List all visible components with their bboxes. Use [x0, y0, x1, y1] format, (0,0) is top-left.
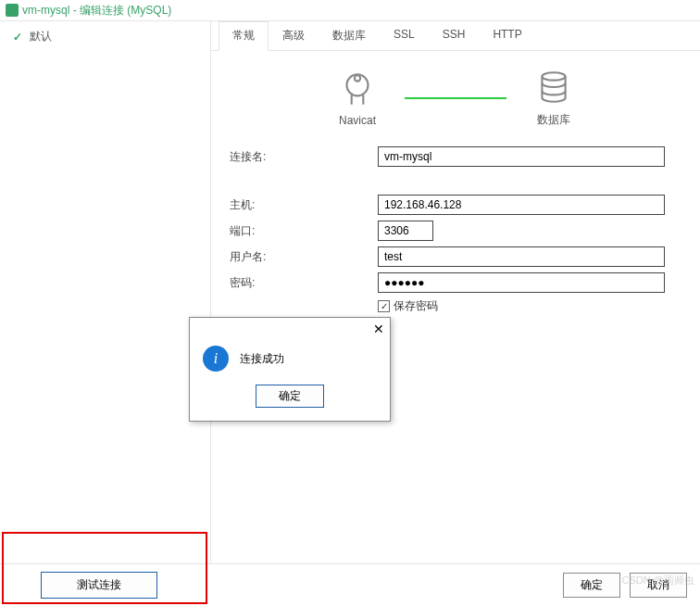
svg-point-1: [355, 75, 360, 81]
app-icon: [6, 4, 19, 17]
content-pane: 常规 高级 数据库 SSL SSH HTTP Navicat: [211, 21, 700, 586]
diagram-connector: [405, 97, 506, 99]
tab-ssl[interactable]: SSL: [380, 21, 429, 50]
user-input[interactable]: [378, 246, 665, 267]
svg-point-2: [542, 72, 565, 80]
sidebar-spacer: [0, 52, 210, 555]
port-input[interactable]: [378, 221, 433, 241]
tab-ssh[interactable]: SSH: [429, 21, 480, 50]
ok-button[interactable]: 确定: [563, 573, 620, 598]
diagram-database: 数据库: [534, 68, 573, 128]
sidebar: ✓ 默认 + 新建连接配置文件: [0, 21, 211, 586]
svg-point-0: [346, 74, 368, 95]
pass-input[interactable]: [378, 272, 665, 293]
save-pass-row[interactable]: ✓ 保存密码: [378, 298, 681, 314]
save-pass-label: 保存密码: [394, 298, 438, 314]
dialog-message: 连接成功: [240, 351, 284, 367]
window-title: vm-mysql - 编辑连接 (MySQL): [22, 3, 171, 19]
connection-diagram: Navicat 数据库: [211, 51, 700, 137]
tab-advanced[interactable]: 高级: [269, 21, 319, 50]
conn-name-input[interactable]: [378, 146, 665, 167]
close-icon[interactable]: ✕: [373, 322, 384, 336]
port-label: 端口:: [230, 223, 378, 239]
test-connection-button[interactable]: 测试连接: [41, 572, 157, 599]
main-area: ✓ 默认 + 新建连接配置文件 常规 高级 数据库 SSL SSH HTTP N…: [0, 20, 700, 586]
host-input[interactable]: [378, 195, 665, 215]
tab-http[interactable]: HTTP: [479, 21, 535, 50]
sidebar-item-default[interactable]: ✓ 默认: [0, 21, 210, 52]
tab-general[interactable]: 常规: [219, 21, 269, 51]
diagram-navicat: Navicat: [338, 69, 377, 127]
diagram-right-label: 数据库: [537, 112, 570, 128]
diagram-left-label: Navicat: [339, 114, 376, 127]
success-dialog: ✕ i 连接成功 确定: [189, 317, 391, 422]
user-label: 用户名:: [230, 249, 378, 265]
window-titlebar: vm-mysql - 编辑连接 (MySQL): [0, 0, 700, 20]
dialog-ok-button[interactable]: 确定: [256, 385, 324, 408]
footer: 测试连接 确定 取消: [0, 563, 700, 606]
host-label: 主机:: [230, 197, 378, 213]
conn-name-label: 连接名:: [230, 149, 378, 165]
navicat-icon: [338, 69, 377, 108]
pass-label: 密码:: [230, 275, 378, 291]
form: 连接名: 主机: 端口: 用户名: 密码: ✓ 保存密码: [211, 137, 700, 318]
tab-bar: 常规 高级 数据库 SSL SSH HTTP: [211, 21, 700, 51]
sidebar-item-label: 默认: [30, 29, 52, 44]
tab-database[interactable]: 数据库: [319, 21, 380, 50]
database-icon: [534, 68, 573, 107]
save-pass-checkbox[interactable]: ✓: [378, 300, 390, 312]
check-icon: ✓: [13, 31, 22, 44]
watermark: CSDN @雨师虫: [622, 574, 694, 587]
info-icon: i: [203, 346, 229, 372]
